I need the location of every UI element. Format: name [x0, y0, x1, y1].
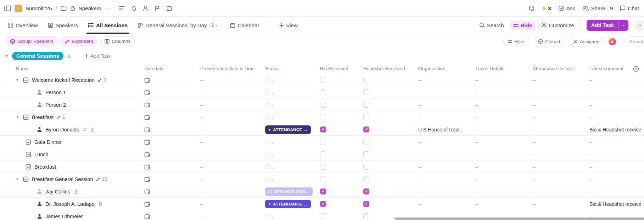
status-cell[interactable]	[265, 148, 273, 160]
organization-cell[interactable]: –	[418, 185, 421, 198]
presentation-cell[interactable]: –	[200, 111, 203, 123]
status-badge[interactable]: ◑ ATTENDANCE ...	[265, 200, 311, 208]
due-date-cell[interactable]	[144, 86, 150, 98]
checkbox-checked[interactable]: ✓	[363, 188, 369, 194]
headshot-received-cell[interactable]	[363, 86, 369, 98]
col-latest-comment[interactable]: Latest comment	[589, 66, 623, 71]
attendance-cell[interactable]: –	[533, 111, 536, 123]
headshot-received-cell[interactable]	[363, 173, 369, 185]
status-cell[interactable]	[265, 74, 273, 86]
travel-cell[interactable]: –	[475, 185, 478, 198]
headshot-received-cell[interactable]	[363, 210, 369, 220]
organization-cell[interactable]: –	[418, 86, 421, 98]
organization-cell[interactable]: –	[418, 173, 421, 185]
headshot-received-cell[interactable]	[363, 98, 369, 111]
presentation-cell[interactable]: –	[200, 160, 203, 173]
checkbox-checked[interactable]: ✓	[320, 126, 326, 132]
table-row[interactable]: Dr. Joseph A. Ladapo – ◑ ATTENDANCE ... …	[0, 198, 644, 210]
status-cell[interactable]	[265, 111, 273, 123]
task-name[interactable]: Byron Donalds	[45, 127, 79, 132]
status-cell[interactable]	[265, 210, 273, 220]
attendance-cell[interactable]: –	[533, 74, 536, 86]
table-row[interactable]: Person 1 – – – – –	[0, 86, 644, 98]
customize-button[interactable]: Customize	[541, 22, 574, 28]
table-row[interactable]: ▾ Breakfast General Session 35 – – – – –	[0, 173, 644, 185]
organization-cell[interactable]: –	[418, 148, 421, 160]
travel-cell[interactable]: –	[475, 148, 478, 160]
status-badge[interactable]: ◷ SPEAKER FOR...	[265, 187, 313, 196]
checkbox-checked[interactable]: ✓	[320, 201, 326, 207]
task-name[interactable]: Gala Dinner	[34, 139, 62, 145]
headshot-received-cell[interactable]: ✓	[363, 123, 369, 136]
col-headshot[interactable]: Headshot Received	[363, 66, 405, 71]
bio-received-cell[interactable]: ✓	[320, 198, 326, 210]
attendance-cell[interactable]: –	[533, 98, 536, 111]
bio-received-cell[interactable]	[320, 98, 326, 111]
table-row[interactable]: Jay Collins – ◷ SPEAKER FOR... ✓ ✓ – – –…	[0, 185, 644, 198]
organization-cell[interactable]: –	[418, 74, 421, 86]
table-row[interactable]: Lunch – – – – –	[0, 148, 644, 160]
row-collapse-caret[interactable]: ▾	[16, 115, 20, 119]
task-name[interactable]: Breakfast	[34, 164, 56, 170]
headshot-received-cell[interactable]	[363, 111, 369, 123]
task-name[interactable]: Lunch	[34, 152, 49, 157]
task-name[interactable]: Dr. Joseph A. Ladapo	[45, 201, 95, 207]
organization-cell[interactable]: –	[418, 111, 421, 123]
checkbox-unchecked[interactable]	[320, 213, 326, 219]
travel-cell[interactable]: –	[475, 160, 478, 173]
status-cell[interactable]	[265, 136, 273, 148]
latest-comment-cell[interactable]: Bio & Headshot receive	[589, 123, 644, 136]
checkbox-unchecked[interactable]	[363, 139, 369, 145]
checkbox-checked[interactable]: ✓	[320, 188, 326, 194]
bio-received-cell[interactable]	[320, 160, 326, 173]
due-date-cell[interactable]	[144, 173, 150, 185]
group-status-badge[interactable]: General Sessions	[12, 52, 63, 60]
row-collapse-caret[interactable]: ▾	[16, 78, 20, 82]
collapse-toolbar-button[interactable]: ⌄	[634, 20, 644, 31]
bio-received-cell[interactable]	[320, 173, 326, 185]
headshot-received-cell[interactable]	[363, 160, 369, 173]
due-date-cell[interactable]	[144, 123, 150, 136]
col-name[interactable]: Name	[16, 66, 29, 71]
tab-all-sessions[interactable]: All Sessions	[88, 17, 128, 34]
due-date-cell[interactable]	[144, 111, 150, 123]
closed-pill[interactable]: Closed	[534, 37, 564, 46]
tab-count-badge[interactable]: 2 ⌄	[209, 22, 220, 28]
presentation-cell[interactable]: –	[200, 86, 203, 98]
expanded-pill[interactable]: Expanded	[61, 36, 97, 46]
checkbox-unchecked[interactable]	[320, 151, 326, 157]
attendance-cell[interactable]: –	[533, 86, 536, 98]
headshot-received-cell[interactable]: ✓	[363, 198, 369, 210]
latest-comment-cell[interactable]: –	[589, 74, 644, 86]
checkbox-unchecked[interactable]	[320, 139, 326, 145]
ask-button[interactable]: Ask	[558, 5, 575, 11]
table-row[interactable]: Gala Dinner – – – – –	[0, 136, 644, 148]
share-button[interactable]: Share · 9	[582, 5, 613, 11]
checkbox-unchecked[interactable]	[363, 89, 369, 95]
status-cell[interactable]	[265, 173, 273, 185]
task-name[interactable]: Person 2	[45, 102, 66, 108]
latest-comment-cell[interactable]: –	[589, 136, 644, 148]
presentation-cell[interactable]: –	[200, 136, 203, 148]
checkbox-unchecked[interactable]	[320, 102, 326, 108]
presentation-cell[interactable]: –	[200, 210, 203, 220]
breadcrumb-project[interactable]: Speakers	[79, 5, 101, 11]
breadcrumb-workspace[interactable]: Summit '25	[26, 5, 52, 11]
headshot-received-cell[interactable]	[363, 136, 369, 148]
user-icon[interactable]	[143, 6, 148, 11]
task-name[interactable]: Welcome Kickoff Reception	[32, 77, 95, 83]
presentation-cell[interactable]: –	[200, 123, 203, 136]
checkbox-unchecked[interactable]	[320, 114, 326, 120]
table-row[interactable]: Breakfast – – – – –	[0, 160, 644, 173]
add-task-button[interactable]: Add Task ⌄	[587, 20, 628, 31]
add-view-button[interactable]: View	[279, 22, 297, 28]
due-date-cell[interactable]	[144, 198, 150, 210]
col-travel[interactable]: Travel Details	[475, 66, 504, 71]
headshot-received-cell[interactable]	[363, 74, 369, 86]
bio-received-cell[interactable]	[320, 148, 326, 160]
due-date-cell[interactable]	[144, 136, 150, 148]
task-name[interactable]: Person 1	[45, 90, 66, 95]
col-bio[interactable]: Bio Received	[320, 66, 348, 71]
presentation-cell[interactable]: –	[200, 148, 203, 160]
travel-cell[interactable]: –	[475, 198, 478, 210]
